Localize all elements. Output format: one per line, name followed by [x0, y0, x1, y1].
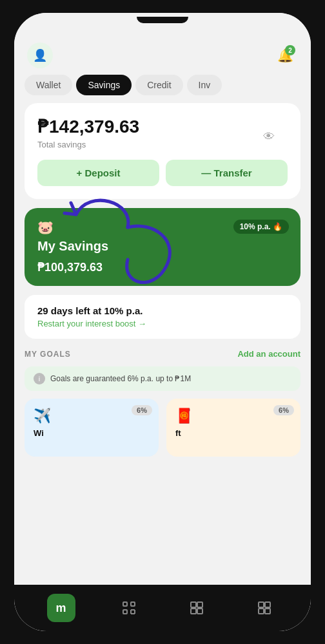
tab-savings[interactable]: Savings [76, 75, 132, 95]
transfer-button[interactable]: — Transfer [166, 160, 288, 186]
goal-name-blue: Wi [34, 428, 150, 438]
restart-boost-link[interactable]: Restart your interest boost → [37, 319, 288, 328]
svg-rect-11 [259, 602, 264, 607]
goal-rate-blue: 6% [132, 405, 152, 415]
savings-card-inner: ₱142,379.63 Total savings 👁 + Deposit — … [37, 116, 288, 186]
svg-rect-2 [123, 610, 127, 614]
svg-rect-12 [265, 602, 270, 607]
nav-more[interactable] [250, 594, 279, 622]
goals-banner-text: Goals are guaranteed 6% p.a. up to ₱1M [50, 374, 191, 383]
phone-frame: 👤 🔔 2 Wallet Savings Credit Inv ₱142,379… [14, 13, 311, 631]
rate-badge: 10% p.a. 🔥 [233, 220, 289, 234]
screen: 👤 🔔 2 Wallet Savings Credit Inv ₱142,379… [14, 36, 311, 631]
nav-home[interactable]: m [47, 594, 75, 622]
svg-rect-13 [259, 609, 264, 614]
user-icon: 👤 [33, 48, 47, 62]
my-savings-section: 🐷 My Savings ₱100,379.63 10% p.a. 🔥 [25, 208, 300, 286]
svg-rect-14 [265, 609, 270, 614]
interest-days-text: 29 days left at 10% p.a. [37, 305, 288, 316]
visibility-toggle-button[interactable]: 👁 [263, 130, 275, 144]
eye-off-icon: 👁 [263, 130, 275, 143]
info-icon: i [34, 373, 45, 384]
svg-rect-10 [197, 609, 202, 614]
my-savings-amount: ₱100,379.63 [37, 260, 288, 274]
tabs-container: Wallet Savings Credit Inv [14, 72, 311, 103]
deposit-button[interactable]: + Deposit [37, 160, 159, 186]
top-bar: 👤 🔔 2 [14, 36, 311, 72]
main-content: ₱142,379.63 Total savings 👁 + Deposit — … [14, 103, 311, 585]
goal-card-gift[interactable]: 6% 🧧 ft [166, 399, 300, 457]
svg-rect-8 [197, 602, 202, 607]
scan-icon [122, 601, 136, 615]
total-savings-label: Total savings [37, 140, 288, 149]
tab-credit[interactable]: Credit [135, 75, 182, 95]
my-savings-card[interactable]: 🐷 My Savings ₱100,379.63 10% p.a. 🔥 [25, 208, 300, 286]
savings-summary-card: ₱142,379.63 Total savings 👁 + Deposit — … [25, 103, 300, 199]
tab-invest[interactable]: Inv [187, 75, 222, 95]
home-nav-icon: m [55, 601, 66, 615]
goal-name-orange: ft [175, 428, 291, 438]
notification-button[interactable]: 🔔 2 [272, 43, 298, 68]
total-savings-amount: ₱142,379.63 [37, 116, 288, 137]
add-account-button[interactable]: Add an account [237, 349, 300, 359]
svg-rect-7 [191, 602, 196, 607]
goals-header: MY GOALS Add an account [25, 349, 300, 359]
goals-guarantee-banner: i Goals are guaranteed 6% p.a. up to ₱1M [25, 366, 300, 391]
nav-grid[interactable] [182, 594, 211, 622]
more-icon [257, 601, 271, 615]
tab-wallet[interactable]: Wallet [25, 75, 72, 95]
nav-scan[interactable] [115, 594, 143, 622]
my-savings-title: My Savings [37, 239, 288, 254]
goal-cards-row: 6% ✈️ Wi 6% 🧧 ft [25, 399, 300, 457]
goal-card-wifi[interactable]: 6% ✈️ Wi [25, 399, 159, 457]
bottom-nav: m [14, 585, 311, 631]
svg-rect-1 [131, 602, 135, 606]
svg-rect-9 [191, 609, 196, 614]
status-bar [14, 13, 311, 36]
svg-rect-0 [123, 602, 127, 606]
goal-rate-orange: 6% [273, 405, 294, 415]
interest-info-card: 29 days left at 10% p.a. Restart your in… [25, 295, 300, 339]
grid-icon [190, 601, 204, 615]
avatar-button[interactable]: 👤 [27, 43, 53, 68]
notification-badge: 2 [285, 45, 295, 55]
notch [137, 17, 188, 23]
savings-actions: + Deposit — Transfer [37, 160, 288, 186]
goals-section-title: MY GOALS [25, 350, 71, 359]
my-goals-section: MY GOALS Add an account i Goals are guar… [25, 349, 300, 457]
